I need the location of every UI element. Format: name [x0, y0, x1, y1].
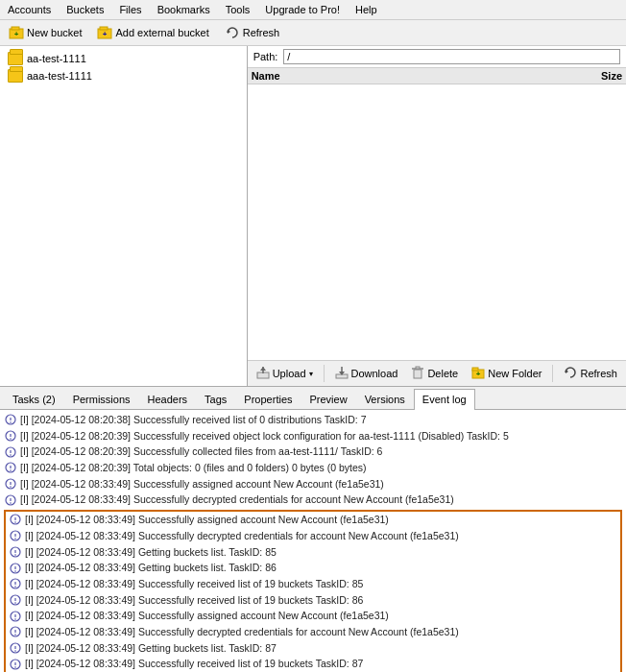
log-icon [4, 445, 17, 459]
log-text: [I] [2024-05-12 08:33:49] Getting bucket… [25, 545, 277, 560]
menu-help[interactable]: Help [351, 2, 381, 17]
add-external-button[interactable]: + Add external bucket [92, 23, 213, 42]
log-highlighted-group: [I] [2024-05-12 08:33:49] Successfully a… [4, 510, 622, 672]
log-text: [I] [2024-05-12 08:33:49] Successfully d… [25, 529, 459, 543]
upload-label: Upload [273, 368, 306, 379]
log-entry-highlighted: [I] [2024-05-12 08:33:49] Successfully a… [6, 608, 620, 624]
menu-accounts[interactable]: Accounts [4, 2, 55, 17]
bucket-list-panel[interactable]: aa-test-1111 aaa-test-1111 [0, 46, 248, 386]
log-entry: [I] [2024-05-12 08:33:49] Successfully a… [0, 476, 626, 492]
log-text: [I] [2024-05-12 08:33:49] Successfully d… [25, 625, 459, 639]
delete-icon [411, 366, 424, 381]
file-refresh-button[interactable]: Refresh [559, 364, 622, 383]
new-bucket-icon: + [9, 25, 24, 40]
refresh-icon [225, 25, 240, 40]
tab-tasks[interactable]: Tasks (2) [4, 389, 64, 409]
bucket-name: aaa-test-1111 [27, 70, 92, 82]
toolbar-separator [324, 365, 325, 382]
svg-point-37 [10, 502, 12, 504]
log-text: [I] [2024-05-12 08:33:49] Successfully r… [25, 577, 363, 591]
new-folder-icon: + [471, 366, 485, 381]
log-entry-highlighted: [I] [2024-05-12 08:33:49] Successfully r… [6, 576, 620, 592]
file-browser-panel: Path: Name Size Upload ▾ [248, 46, 626, 386]
svg-point-34 [10, 486, 12, 488]
log-icon [4, 493, 17, 507]
file-list-content [248, 84, 626, 360]
new-folder-button[interactable]: + New Folder [467, 364, 546, 383]
tab-versions[interactable]: Versions [356, 389, 414, 409]
tab-properties[interactable]: Properties [235, 389, 301, 409]
path-input[interactable] [283, 49, 620, 64]
log-text: [I] [2024-05-12 08:20:39] Successfully c… [20, 444, 382, 459]
svg-point-22 [10, 422, 12, 424]
svg-point-52 [14, 586, 16, 588]
menu-upgrade[interactable]: Upgrade to Pro! [261, 2, 344, 17]
log-icon [9, 641, 22, 655]
download-button[interactable]: Download [330, 364, 403, 383]
menu-tools[interactable]: Tools [222, 2, 254, 17]
log-entry-highlighted: [I] [2024-05-12 08:33:49] Successfully r… [6, 592, 620, 609]
toolbar-separator-2 [552, 365, 553, 382]
file-list-header: Name Size [248, 68, 626, 84]
tabs-bar: Tasks (2) Permissions Headers Tags Prope… [0, 387, 626, 410]
tab-event-log[interactable]: Event log [414, 389, 475, 410]
log-icon [4, 461, 17, 474]
menu-buckets[interactable]: Buckets [62, 2, 108, 17]
log-entry-highlighted: [I] [2024-05-12 08:33:49] Getting bucket… [6, 560, 620, 576]
log-text: [I] [2024-05-12 08:33:49] Successfully r… [25, 593, 363, 608]
svg-point-58 [14, 618, 16, 620]
svg-marker-6 [228, 30, 230, 34]
refresh-label: Refresh [243, 27, 280, 38]
upload-dropdown-icon: ▾ [309, 370, 313, 378]
log-entry-highlighted: [I] [2024-05-12 08:33:49] Successfully d… [6, 528, 620, 544]
file-toolbar: Upload ▾ Download [248, 360, 626, 386]
log-text: [I] [2024-05-12 08:33:49] Successfully a… [25, 513, 389, 527]
log-entry-highlighted: [I] [2024-05-12 08:33:49] Getting bucket… [6, 640, 620, 657]
svg-rect-13 [414, 370, 421, 378]
menu-files[interactable]: Files [115, 2, 145, 17]
log-text: [I] [2024-05-12 08:20:39] Total objects:… [20, 461, 367, 475]
svg-point-43 [14, 538, 16, 540]
tab-preview[interactable]: Preview [301, 389, 356, 409]
log-icon [9, 610, 22, 623]
log-text: [I] [2024-05-12 08:33:49] Successfully r… [25, 657, 363, 671]
log-entry: [I] [2024-05-12 08:20:38] Successfully r… [0, 412, 626, 428]
tab-tags[interactable]: Tags [196, 389, 235, 409]
log-entry-highlighted: [I] [2024-05-12 08:33:49] Successfully r… [6, 656, 620, 672]
log-entry: [I] [2024-05-12 08:20:39] Successfully r… [0, 428, 626, 444]
bucket-icon [8, 69, 23, 83]
log-entry: [I] [2024-05-12 08:20:39] Successfully c… [0, 444, 626, 460]
log-icon [9, 625, 22, 638]
log-text: [I] [2024-05-12 08:33:49] Successfully d… [20, 492, 454, 507]
event-log[interactable]: [I] [2024-05-12 08:20:38] Successfully r… [0, 410, 626, 672]
menu-bookmarks[interactable]: Bookmarks [154, 2, 214, 17]
svg-point-46 [14, 554, 16, 556]
log-text: [I] [2024-05-12 08:33:49] Getting bucket… [25, 641, 277, 656]
log-entry-highlighted: [I] [2024-05-12 08:33:49] Getting bucket… [6, 544, 620, 561]
delete-button[interactable]: Delete [406, 364, 463, 383]
log-icon [4, 477, 17, 491]
svg-text:+: + [103, 30, 108, 38]
add-external-label: Add external bucket [115, 27, 208, 38]
log-icon [9, 545, 22, 559]
svg-point-64 [14, 650, 16, 652]
file-refresh-label: Refresh [580, 368, 617, 379]
svg-point-25 [10, 438, 12, 440]
tab-headers[interactable]: Headers [139, 389, 197, 409]
download-label: Download [351, 368, 398, 379]
log-icon [4, 429, 17, 443]
path-bar: Path: [248, 46, 626, 68]
name-column-header: Name [252, 70, 565, 82]
log-icon [9, 513, 22, 526]
upload-button[interactable]: Upload ▾ [252, 364, 318, 383]
bucket-icon [8, 52, 23, 65]
svg-point-31 [10, 470, 12, 472]
bucket-item-aa-test-1111[interactable]: aa-test-1111 [0, 50, 247, 67]
new-bucket-button[interactable]: + New bucket [4, 23, 86, 42]
main-area: aa-test-1111 aaa-test-1111 Path: Name Si… [0, 46, 626, 387]
upload-icon [256, 366, 270, 381]
svg-point-40 [14, 522, 16, 524]
refresh-button[interactable]: Refresh [220, 23, 285, 42]
tab-permissions[interactable]: Permissions [64, 389, 139, 409]
bucket-item-aaa-test-1111[interactable]: aaa-test-1111 [0, 67, 247, 84]
